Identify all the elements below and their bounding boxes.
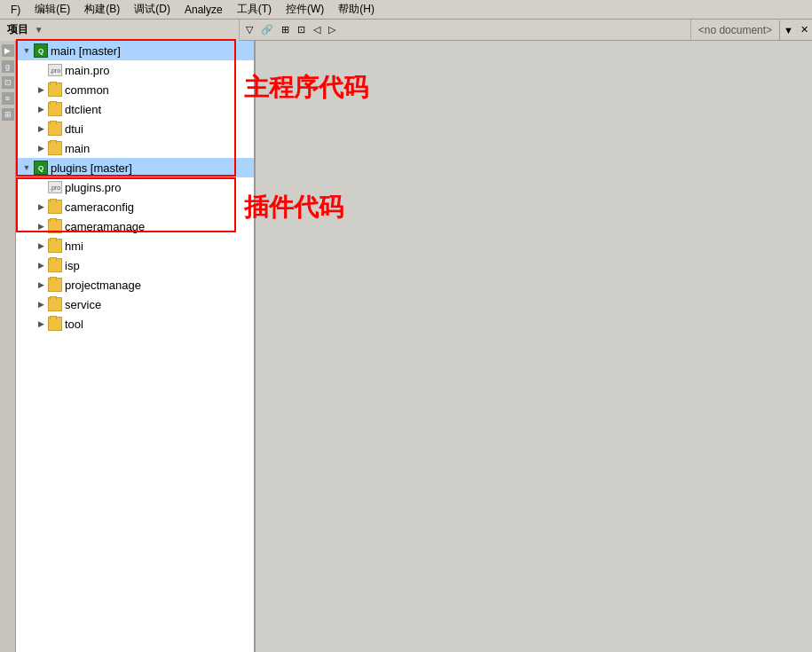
- strip-icon-5[interactable]: ⊞: [2, 108, 14, 121]
- project-panel-title: 项目 ▼: [0, 20, 240, 41]
- main-project-label: main [master]: [51, 44, 121, 58]
- menu-controls[interactable]: 控件(W): [279, 0, 331, 19]
- expand-arrow-hmi[interactable]: ▶: [34, 239, 48, 253]
- cameraconfig-label: cameraconfig: [65, 200, 134, 214]
- project-panel: ▼ Q main [master] .pro main.pro ▶ common…: [16, 41, 256, 652]
- doc-dropdown[interactable]: ▼: [780, 25, 797, 35]
- service-label: service: [65, 298, 101, 311]
- filter-icon[interactable]: ▼: [35, 25, 43, 35]
- expand-arrow-dtui[interactable]: ▶: [34, 122, 48, 136]
- file-icon-plugins-pro: .pro: [48, 181, 62, 193]
- editor-content: [256, 41, 812, 652]
- expand-arrow-projectmanage[interactable]: ▶: [34, 278, 48, 292]
- plugins-pro-label: plugins.pro: [65, 181, 122, 194]
- folder-icon-common: [48, 82, 62, 97]
- expand-arrow-service[interactable]: ▶: [34, 297, 48, 311]
- dtui-label: dtui: [65, 122, 83, 136]
- plugins-project-label: plugins [master]: [51, 161, 132, 175]
- tree-container: ▼ Q main [master] .pro main.pro ▶ common…: [16, 41, 254, 652]
- editor-area: [256, 41, 812, 652]
- strip-icon-1[interactable]: ▶: [2, 44, 14, 57]
- project-title-text: 项目: [7, 22, 28, 37]
- folder-icon-tool: [48, 317, 62, 331]
- tree-item-main-pro[interactable]: .pro main.pro: [16, 60, 254, 80]
- qt-project-icon-plugins: Q: [34, 161, 48, 175]
- file-icon-main-pro: .pro: [48, 64, 62, 76]
- folder-icon-cameramanage: [48, 219, 62, 233]
- menu-analyze[interactable]: Analyze: [177, 2, 230, 18]
- projectmanage-label: projectmanage: [65, 279, 141, 292]
- toolbar-next[interactable]: ▷: [326, 23, 338, 36]
- main-folder-label: main: [65, 142, 90, 155]
- tree-item-dtclient[interactable]: ▶ dtclient: [16, 99, 254, 119]
- tree-item-plugins-project[interactable]: ▼ Q plugins [master]: [16, 158, 254, 177]
- main-pro-label: main.pro: [65, 64, 110, 77]
- tree-item-main-folder[interactable]: ▶ main: [16, 138, 254, 158]
- top-toolbar-row: 项目 ▼ ▽ 🔗 ⊞ ⊡ ◁ ▷ <no document> ▼ ✕: [0, 20, 812, 41]
- folder-icon-main: [48, 141, 62, 155]
- tree-item-projectmanage[interactable]: ▶ projectmanage: [16, 275, 254, 295]
- menu-file[interactable]: F): [4, 2, 28, 18]
- menu-tools[interactable]: 工具(T): [230, 0, 279, 19]
- expand-arrow-common[interactable]: ▶: [34, 82, 48, 97]
- toolbar-expand[interactable]: ⊞: [279, 23, 292, 36]
- expand-arrow-plugins[interactable]: ▼: [20, 161, 34, 175]
- folder-icon-service: [48, 297, 62, 311]
- toolbar-collapse[interactable]: ⊡: [295, 23, 308, 36]
- hmi-label: hmi: [65, 240, 83, 253]
- common-label: common: [65, 83, 109, 97]
- folder-icon-projectmanage: [48, 278, 62, 292]
- toolbar-filter[interactable]: ▽: [243, 23, 256, 36]
- qt-project-icon-main: Q: [34, 43, 48, 58]
- tree-item-cameramanage[interactable]: ▶ cameramanage: [16, 216, 254, 236]
- expand-arrow-main-folder[interactable]: ▶: [34, 141, 48, 155]
- isp-label: isp: [65, 259, 80, 272]
- tool-label: tool: [65, 318, 83, 331]
- expand-arrow-cameraconfig[interactable]: ▶: [34, 200, 48, 214]
- tree-item-service[interactable]: ▶ service: [16, 295, 254, 314]
- expand-arrow-dtclient[interactable]: ▶: [34, 102, 48, 116]
- doc-close[interactable]: ✕: [797, 24, 812, 35]
- menu-build[interactable]: 构建(B): [77, 0, 127, 19]
- folder-icon-hmi: [48, 239, 62, 253]
- expand-arrow-isp[interactable]: ▶: [34, 258, 48, 272]
- toolbar-link[interactable]: 🔗: [258, 23, 276, 36]
- tree-item-dtui[interactable]: ▶ dtui: [16, 119, 254, 138]
- tree-item-isp[interactable]: ▶ isp: [16, 255, 254, 275]
- tree-item-plugins-pro[interactable]: .pro plugins.pro: [16, 177, 254, 197]
- tree-item-hmi[interactable]: ▶ hmi: [16, 236, 254, 255]
- folder-icon-cameraconfig: [48, 200, 62, 214]
- tree-item-main-project[interactable]: ▼ Q main [master]: [16, 41, 254, 60]
- menu-debug[interactable]: 调试(D): [127, 0, 177, 19]
- left-strip: ▶ g ⊡ ≡ ⊞: [0, 41, 16, 652]
- folder-icon-dtui: [48, 122, 62, 136]
- tree-item-common[interactable]: ▶ common: [16, 80, 254, 99]
- dtclient-label: dtclient: [65, 103, 101, 116]
- main-layout: ▶ g ⊡ ≡ ⊞ ▼ Q main [master] .pro main.pr…: [0, 41, 812, 652]
- doc-tab-area: <no document> ▼ ✕: [690, 20, 812, 41]
- strip-icon-4[interactable]: ≡: [2, 92, 14, 105]
- expand-arrow-main[interactable]: ▼: [20, 43, 34, 58]
- folder-icon-dtclient: [48, 102, 62, 116]
- menu-edit[interactable]: 编辑(E): [28, 0, 77, 19]
- tree-item-cameraconfig[interactable]: ▶ cameraconfig: [16, 197, 254, 216]
- toolbar-prev[interactable]: ◁: [311, 23, 323, 36]
- no-document-placeholder: <no document>: [691, 20, 780, 40]
- expand-arrow-cameramanage[interactable]: ▶: [34, 219, 48, 233]
- folder-icon-isp: [48, 258, 62, 272]
- menu-bar: F) 编辑(E) 构建(B) 调试(D) Analyze 工具(T) 控件(W)…: [0, 0, 812, 20]
- strip-icon-2[interactable]: g: [2, 60, 14, 73]
- strip-icon-3[interactable]: ⊡: [2, 76, 14, 89]
- menu-help[interactable]: 帮助(H): [331, 0, 382, 19]
- panel-toolbar: ▽ 🔗 ⊞ ⊡ ◁ ▷: [240, 23, 690, 36]
- expand-arrow-tool[interactable]: ▶: [34, 317, 48, 331]
- tree-item-tool[interactable]: ▶ tool: [16, 314, 254, 334]
- cameramanage-label: cameramanage: [65, 220, 145, 233]
